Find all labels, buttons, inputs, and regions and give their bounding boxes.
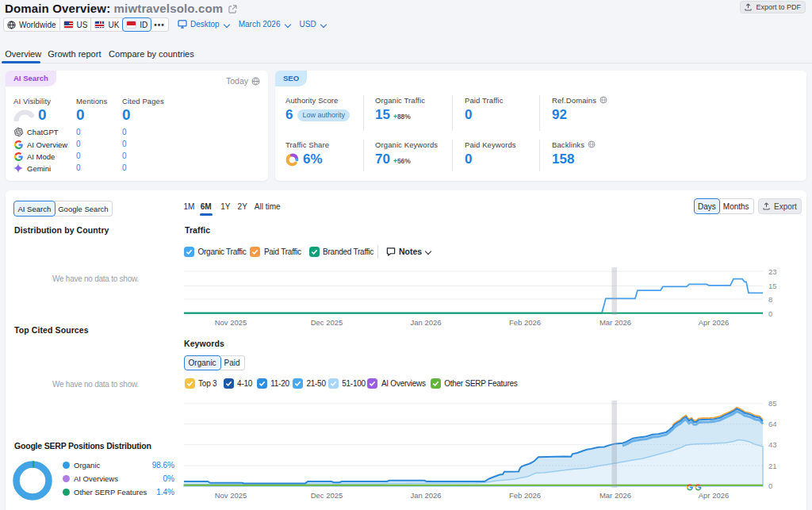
svg-text:Jan 2026: Jan 2026	[410, 491, 441, 500]
svg-text:64: 64	[768, 420, 777, 428]
svg-text:Apr 2026: Apr 2026	[699, 491, 730, 500]
svg-text:8: 8	[768, 295, 772, 304]
svg-text:Dec 2025: Dec 2025	[311, 491, 343, 500]
svg-text:Nov 2025: Nov 2025	[215, 318, 247, 327]
svg-text:43: 43	[768, 440, 777, 449]
svg-text:21: 21	[768, 462, 777, 470]
svg-text:0: 0	[768, 309, 772, 318]
svg-text:Mar 2026: Mar 2026	[599, 318, 631, 327]
svg-text:Feb 2026: Feb 2026	[509, 491, 541, 500]
svg-text:85: 85	[768, 399, 777, 408]
svg-text:Feb 2026: Feb 2026	[509, 318, 541, 327]
svg-text:15: 15	[768, 282, 777, 290]
svg-text:23: 23	[768, 267, 777, 276]
svg-text:Apr 2026: Apr 2026	[699, 318, 730, 327]
svg-text:Nov 2025: Nov 2025	[215, 491, 247, 500]
svg-text:Dec 2025: Dec 2025	[311, 318, 343, 327]
svg-text:Mar 2026: Mar 2026	[599, 491, 631, 500]
svg-text:0: 0	[768, 481, 772, 490]
svg-text:Jan 2026: Jan 2026	[410, 318, 441, 327]
